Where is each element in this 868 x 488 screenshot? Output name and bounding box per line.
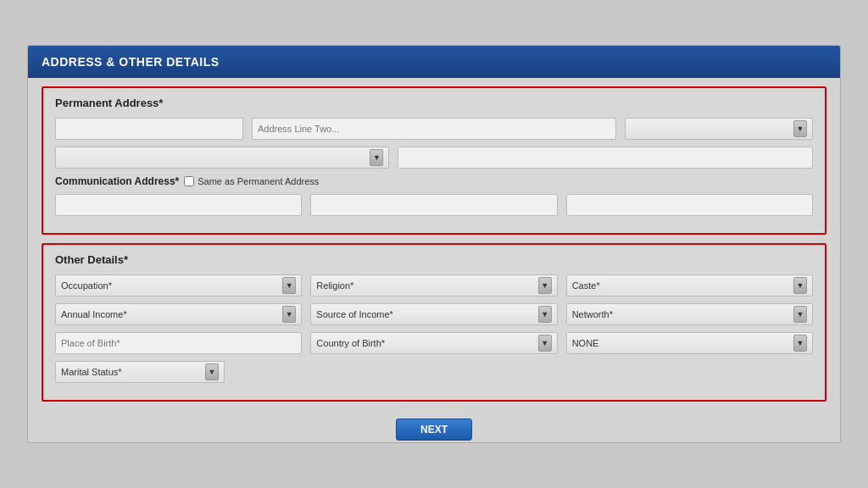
address-row-1: ▼ [55,118,813,140]
caste-arrow: ▼ [793,277,807,294]
networth-select[interactable]: Networth* ▼ [566,303,813,325]
country-birth-select[interactable]: Country of Birth* ▼ [310,332,557,354]
annual-income-arrow: ▼ [282,306,296,323]
source-income-arrow: ▼ [538,306,552,323]
marital-status-arrow: ▼ [205,363,219,380]
occupation-text: Occupation* [61,280,279,291]
occupation-select[interactable]: Occupation* ▼ [55,274,302,297]
address-line2-input[interactable] [252,118,616,140]
place-of-birth-input[interactable] [55,332,302,354]
permanent-address-title: Permanent Address* [55,97,813,109]
caste-text: Caste* [572,280,790,291]
address-city-arrow: ▼ [370,149,383,166]
page-title: ADDRESS & OTHER DETAILS [42,55,220,69]
address-state-select[interactable]: ▼ [625,118,813,140]
other-details-section: Other Details* Occupation* ▼ Religion* ▼… [42,243,826,402]
address-line1-input[interactable] [55,118,243,140]
bottom-buttons: NEXT [28,413,840,442]
none-arrow: ▼ [793,335,807,352]
comm-label-row: Communication Address* Same as Permanent… [55,175,813,187]
address-state-arrow: ▼ [793,120,807,137]
same-as-checkbox[interactable] [184,176,194,186]
comm-field3-input[interactable] [566,194,813,216]
address-pincode-input[interactable] [398,147,813,169]
page-content: Permanent Address* ▼ ▼ Communication Add… [28,78,840,413]
comm-field2-input[interactable] [310,194,557,216]
religion-arrow: ▼ [538,277,552,294]
religion-select[interactable]: Religion* ▼ [310,274,557,297]
page-header: ADDRESS & OTHER DETAILS [28,46,840,78]
none-text: NONE [572,338,790,348]
source-income-select[interactable]: Source of Income* ▼ [310,303,557,325]
marital-status-text: Marital Status* [61,367,202,377]
occupation-arrow: ▼ [282,277,296,294]
address-city-select[interactable]: ▼ [55,147,389,169]
none-select[interactable]: NONE ▼ [566,332,813,354]
other-row-1: Occupation* ▼ Religion* ▼ Caste* ▼ [55,274,813,297]
permanent-address-section: Permanent Address* ▼ ▼ Communication Add… [42,86,826,235]
other-row-3: Country of Birth* ▼ NONE ▼ [55,332,813,354]
country-birth-text: Country of Birth* [316,338,534,348]
networth-arrow: ▼ [793,306,807,323]
address-row-2: ▼ [55,147,813,169]
caste-select[interactable]: Caste* ▼ [566,274,813,297]
other-details-title: Other Details* [55,253,813,266]
annual-income-select[interactable]: Annual Income* ▼ [55,303,302,325]
same-as-label: Same as Permanent Address [198,176,319,186]
comm-address-row [55,194,813,216]
source-income-text: Source of Income* [316,309,534,319]
main-container: ADDRESS & OTHER DETAILS Permanent Addres… [27,45,841,443]
annual-income-text: Annual Income* [61,309,279,319]
other-row-2: Annual Income* ▼ Source of Income* ▼ Net… [55,303,813,325]
country-birth-arrow: ▼ [538,335,552,352]
networth-text: Networth* [572,309,790,319]
comm-field1-input[interactable] [55,194,302,216]
other-row-4: Marital Status* ▼ [55,361,813,383]
comm-address-label: Communication Address* [55,175,179,187]
religion-text: Religion* [316,280,534,291]
marital-status-select[interactable]: Marital Status* ▼ [55,361,225,383]
same-as-checkbox-container[interactable]: Same as Permanent Address [184,176,319,186]
submit-button[interactable]: NEXT [396,419,472,441]
